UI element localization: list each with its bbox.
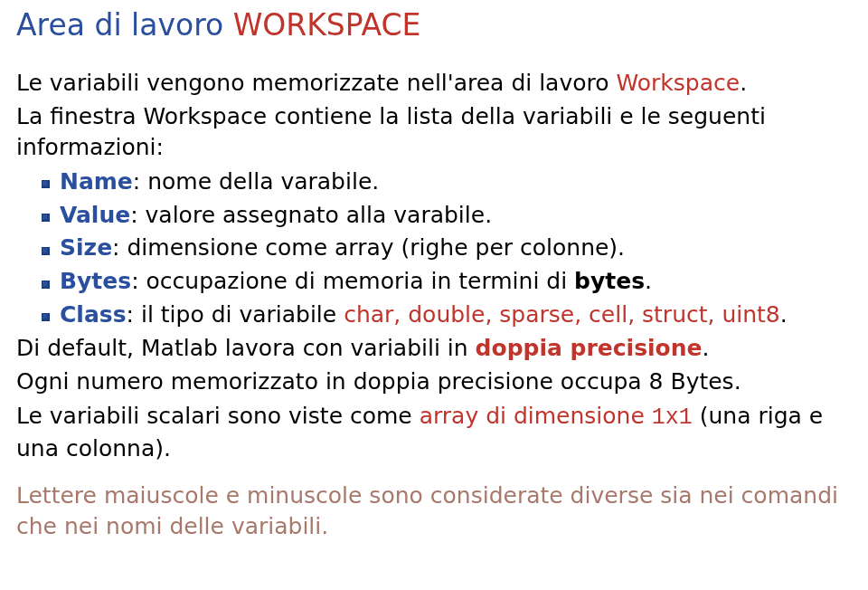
intro-text: Le variabili vengono memorizzate nell'ar… bbox=[16, 70, 616, 96]
list-item: Size: dimensione come array (righe per c… bbox=[16, 233, 850, 263]
default-post: . bbox=[703, 335, 710, 361]
item-label: Bytes bbox=[60, 268, 131, 294]
item-rest-pre: : occupazione di memoria in termini di bbox=[131, 268, 574, 294]
slide-title: Area di lavoro WORKSPACE bbox=[16, 5, 850, 46]
scalar-hl1: array di dimensione bbox=[420, 403, 652, 429]
intro-workspace: Workspace bbox=[616, 70, 740, 96]
lead-in: La finestra Workspace contiene la lista … bbox=[16, 101, 850, 163]
item-rest-post: . bbox=[645, 268, 652, 294]
item-label: Value bbox=[60, 202, 130, 228]
intro-period: . bbox=[740, 70, 747, 96]
item-label: Size bbox=[60, 234, 112, 261]
item-rest-post: . bbox=[780, 301, 788, 328]
item-label: Name bbox=[60, 168, 133, 195]
bullet-icon bbox=[42, 281, 50, 289]
item-rest-pre: : il tipo di variabile bbox=[127, 301, 344, 328]
list-item: Class: il tipo di variabile char, double… bbox=[16, 300, 850, 330]
bullet-icon bbox=[42, 313, 50, 321]
title-prefix: Area di lavoro bbox=[16, 7, 233, 43]
item-label: Class bbox=[60, 301, 127, 328]
slide-page: Area di lavoro WORKSPACE Le variabili ve… bbox=[0, 0, 868, 552]
list-item: Value: valore assegnato alla varabile. bbox=[16, 200, 850, 231]
scalar-hl2: 1x1 bbox=[652, 404, 693, 431]
default-highlight: doppia precisione bbox=[476, 335, 703, 361]
bytes-line: Ogni numero memorizzato in doppia precis… bbox=[16, 366, 850, 397]
bullet-icon bbox=[42, 180, 50, 188]
item-rest: : dimensione come array (righe per colon… bbox=[112, 234, 625, 261]
item-rest: : valore assegnato alla varabile. bbox=[130, 202, 492, 228]
item-rest: : nome della varabile. bbox=[133, 168, 379, 195]
bullet-icon bbox=[42, 247, 50, 255]
bullet-icon bbox=[42, 214, 50, 222]
info-list: Name: nome della varabile. Value: valore… bbox=[16, 167, 850, 330]
default-line: Di default, Matlab lavora con variabili … bbox=[16, 333, 850, 364]
default-pre: Di default, Matlab lavora con variabili … bbox=[16, 335, 476, 361]
list-item: Bytes: occupazione di memoria in termini… bbox=[16, 266, 850, 297]
item-highlight: char, double, sparse, cell, struct, uint… bbox=[344, 301, 780, 328]
title-accent: WORKSPACE bbox=[233, 7, 421, 43]
scalar-pre: Le variabili scalari sono viste come bbox=[16, 403, 420, 429]
footnote: Lettere maiuscole e minuscole sono consi… bbox=[16, 481, 850, 543]
intro-line: Le variabili vengono memorizzate nell'ar… bbox=[16, 68, 850, 99]
scalar-line: Le variabili scalari sono viste come arr… bbox=[16, 401, 850, 464]
list-item: Name: nome della varabile. bbox=[16, 167, 850, 197]
item-bold: bytes bbox=[574, 268, 645, 294]
